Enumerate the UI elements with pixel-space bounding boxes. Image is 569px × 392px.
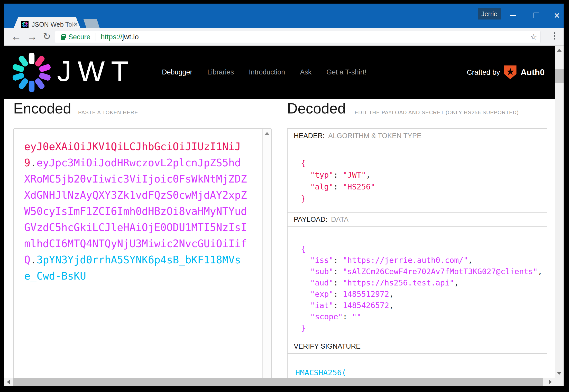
- encoded-title: Encoded: [13, 100, 71, 117]
- url-text[interactable]: https://jwt.io: [101, 31, 139, 43]
- close-icon: ×: [554, 10, 560, 21]
- minimize-icon: [510, 15, 516, 16]
- nav-item-ask[interactable]: Ask: [300, 68, 311, 76]
- url-scheme: https://: [101, 33, 122, 41]
- nav-item-debugger[interactable]: Debugger: [162, 68, 192, 76]
- header-label: HEADER:: [294, 132, 325, 140]
- payload-sublabel: DATA: [331, 216, 348, 224]
- header-json-editor[interactable]: { "typ": "JWT", "alg": "HS256"}: [287, 143, 547, 213]
- jwt-logo-icon[interactable]: [11, 52, 52, 94]
- encoded-token-box[interactable]: eyJ0eXAiOiJKV1QiLCJhbGciOiJIUzI1NiJ9.eyJ…: [13, 128, 272, 378]
- auth0-brand-name: Auth0: [521, 68, 545, 77]
- url-divider: [96, 33, 96, 41]
- vertical-scrollbar[interactable]: [555, 46, 564, 378]
- close-button[interactable]: ×: [545, 7, 568, 24]
- browser-menu-icon[interactable]: [554, 32, 556, 41]
- nav-item-libraries[interactable]: Libraries: [207, 68, 234, 76]
- payload-json-editor[interactable]: { "iss": "https://jerrie.auth0.com/", "s…: [287, 226, 547, 339]
- token-box-scrollbar[interactable]: [262, 129, 271, 378]
- verify-signature-editor[interactable]: HMACSHA256(: [287, 353, 547, 378]
- scrollbar-up-icon[interactable]: [557, 49, 562, 52]
- jwt-logotype[interactable]: JWT: [57, 57, 135, 86]
- profile-button[interactable]: Jerrie: [478, 8, 501, 20]
- nav-item-tshirt[interactable]: Get a T-shirt!: [326, 68, 366, 76]
- decoded-subtitle: EDIT THE PAYLOAD AND SECRET (ONLY HS256 …: [355, 110, 519, 116]
- vertical-scrollbar-thumb[interactable]: [555, 69, 564, 83]
- address-bar[interactable]: Secure https://jwt.io ☆: [55, 31, 540, 43]
- bookmark-star-icon[interactable]: ☆: [530, 31, 537, 43]
- header-sublabel: ALGORITHM & TOKEN TYPE: [328, 132, 421, 140]
- payload-section-label: PAYLOAD: DATA: [287, 212, 547, 227]
- auth0-shield-icon: ★: [504, 65, 517, 79]
- decoded-title: Decoded: [287, 100, 346, 117]
- minimize-button[interactable]: [502, 7, 525, 24]
- scrollbar-right-icon[interactable]: [549, 380, 552, 384]
- secure-label[interactable]: Secure: [68, 31, 90, 43]
- reload-button[interactable]: ↻: [43, 28, 51, 46]
- scrollbar-left-icon[interactable]: [7, 380, 10, 384]
- url-host: jwt.io: [122, 33, 139, 41]
- scrollbar-down-icon[interactable]: [557, 372, 562, 375]
- title-bar: JSON Web Tokens - jwt.io × Jerrie ×: [4, 4, 564, 28]
- horizontal-scrollbar-thumb[interactable]: [13, 378, 543, 386]
- site-header: JWT Debugger Libraries Introduction Ask …: [4, 46, 555, 99]
- back-button[interactable]: ←: [11, 28, 21, 46]
- scroll-up-icon[interactable]: [265, 132, 269, 135]
- encoded-subtitle: PASTE A TOKEN HERE: [78, 110, 138, 116]
- payload-label: PAYLOAD:: [294, 216, 327, 224]
- secure-lock-icon: [61, 36, 65, 40]
- new-tab-button[interactable]: [84, 19, 100, 29]
- jwt-favicon-icon: [21, 21, 29, 28]
- forward-button[interactable]: →: [27, 28, 37, 46]
- nav-item-introduction[interactable]: Introduction: [249, 68, 285, 76]
- page-content: Encoded PASTE A TOKEN HERE Decoded EDIT …: [4, 99, 555, 378]
- maximize-icon: [534, 13, 539, 18]
- maximize-button[interactable]: [525, 7, 548, 24]
- encoded-token-text[interactable]: eyJ0eXAiOiJKV1QiLCJhbGciOiJIUzI1NiJ9.eyJ…: [24, 139, 247, 284]
- header-section-label: HEADER: ALGORITHM & TOKEN TYPE: [287, 128, 547, 143]
- crafted-by-label: Crafted by: [467, 68, 500, 77]
- browser-toolbar: ← → ↻ Secure https://jwt.io ☆: [4, 28, 564, 46]
- verify-signature-label: VERIFY SIGNATURE: [287, 339, 547, 354]
- browser-window: JSON Web Tokens - jwt.io × Jerrie × ← → …: [0, 0, 569, 392]
- horizontal-scrollbar[interactable]: [4, 378, 564, 386]
- verify-label: VERIFY SIGNATURE: [294, 342, 361, 350]
- crafted-by[interactable]: Crafted by ★ Auth0: [467, 46, 545, 99]
- main-nav: Debugger Libraries Introduction Ask Get …: [162, 46, 366, 99]
- jwt-starburst-icon: [22, 22, 28, 27]
